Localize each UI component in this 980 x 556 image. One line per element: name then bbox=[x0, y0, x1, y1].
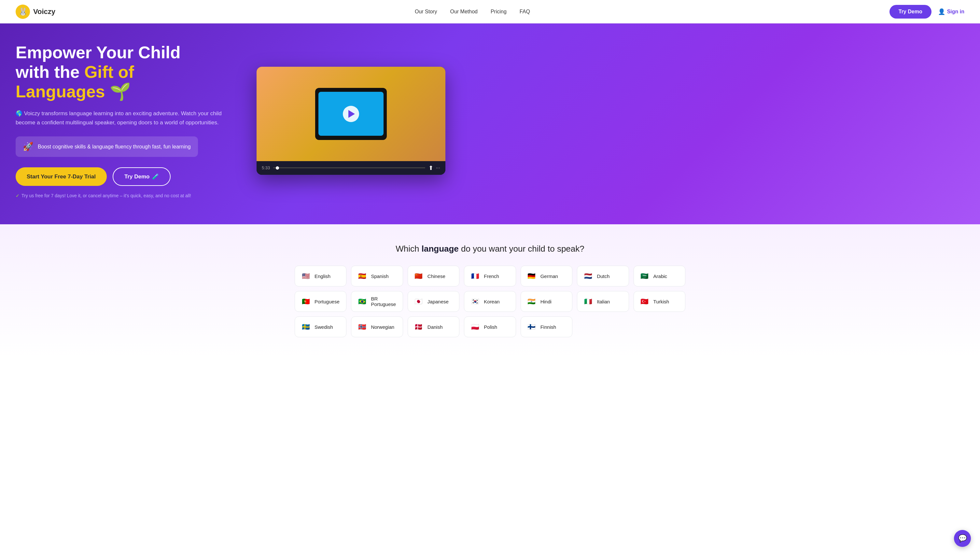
try-demo-button[interactable]: Try Demo 🧪 bbox=[113, 167, 171, 186]
language-grid: 🇺🇸 English 🇪🇸 Spanish 🇨🇳 Chinese 🇫🇷 Fren… bbox=[295, 266, 685, 337]
video-monitor bbox=[315, 88, 387, 140]
hero-title-yellow: Gift of bbox=[84, 63, 134, 81]
hero-content: Empower Your Child with the Gift of Lang… bbox=[16, 43, 237, 198]
flag-portuguese: 🇵🇹 bbox=[300, 296, 311, 307]
flag-arabic: 🇸🇦 bbox=[639, 270, 650, 281]
hero-note: ✓ Try us free for 7 days! Love it, or ca… bbox=[16, 193, 237, 198]
flag-dutch: 🇳🇱 bbox=[582, 270, 593, 281]
lang-card-spanish[interactable]: 🇪🇸 Spanish bbox=[351, 266, 403, 286]
lang-card-japanese[interactable]: 🇯🇵 Japanese bbox=[408, 291, 459, 312]
check-icon: ✓ bbox=[16, 193, 19, 198]
video-progress-bar[interactable] bbox=[273, 167, 425, 168]
lang-card-arabic[interactable]: 🇸🇦 Arabic bbox=[634, 266, 685, 286]
lang-card-finnish[interactable]: 🇫🇮 Finnish bbox=[521, 317, 572, 337]
hero-feature-text: Boost cognitive skills & language fluenc… bbox=[38, 144, 191, 150]
lang-card-br-portuguese[interactable]: 🇧🇷 BR Portuguese bbox=[351, 291, 403, 312]
user-icon: 👤 bbox=[938, 8, 945, 15]
navbar: 🐰 Voiczy Our Story Our Method Pricing FA… bbox=[0, 0, 980, 23]
hero-video: 5:33 ⬆ ··· bbox=[257, 67, 445, 175]
flag-polish: 🇵🇱 bbox=[469, 321, 480, 332]
signin-button[interactable]: 👤 Sign in bbox=[938, 8, 964, 15]
nav-links: Our Story Our Method Pricing FAQ bbox=[415, 9, 530, 15]
demo-icon: 🧪 bbox=[152, 173, 159, 180]
flag-chinese: 🇨🇳 bbox=[413, 270, 424, 281]
nav-faq[interactable]: FAQ bbox=[520, 9, 530, 15]
lang-card-portuguese[interactable]: 🇵🇹 Portuguese bbox=[295, 291, 346, 312]
nav-our-story[interactable]: Our Story bbox=[415, 9, 437, 15]
play-triangle-icon bbox=[348, 110, 355, 118]
flag-turkish: 🇹🇷 bbox=[639, 296, 650, 307]
logo-icon: 🐰 bbox=[16, 5, 30, 19]
video-time: 5:33 bbox=[262, 165, 270, 170]
flag-english: 🇺🇸 bbox=[300, 270, 311, 281]
lang-card-chinese[interactable]: 🇨🇳 Chinese bbox=[408, 266, 459, 286]
hero-subtitle: 🌎 Voiczy transforms language learning in… bbox=[16, 109, 237, 127]
video-screen bbox=[257, 67, 445, 161]
flag-french: 🇫🇷 bbox=[469, 270, 480, 281]
flag-korean: 🇰🇷 bbox=[469, 296, 480, 307]
language-section: Which language do you want your child to… bbox=[0, 224, 980, 357]
lang-card-swedish[interactable]: 🇸🇪 Swedish bbox=[295, 317, 346, 337]
logo-text: Voiczy bbox=[33, 8, 55, 16]
navbar-actions: Try Demo 👤 Sign in bbox=[889, 5, 964, 19]
flag-spanish: 🇪🇸 bbox=[356, 270, 367, 281]
flag-finnish: 🇫🇮 bbox=[526, 321, 537, 332]
lang-card-dutch[interactable]: 🇳🇱 Dutch bbox=[577, 266, 629, 286]
video-progress-dot bbox=[276, 166, 279, 170]
video-share-icon[interactable]: ⬆ bbox=[429, 164, 433, 171]
lang-card-korean[interactable]: 🇰🇷 Korean bbox=[464, 291, 516, 312]
video-screen-inner bbox=[319, 92, 383, 136]
flag-swedish: 🇸🇪 bbox=[300, 321, 311, 332]
hero-buttons: Start Your Free 7-Day Trial Try Demo 🧪 bbox=[16, 167, 237, 186]
flag-norwegian: 🇳🇴 bbox=[356, 321, 367, 332]
flag-br-portuguese: 🇧🇷 bbox=[356, 296, 367, 307]
lang-card-french[interactable]: 🇫🇷 French bbox=[464, 266, 516, 286]
lang-card-norwegian[interactable]: 🇳🇴 Norwegian bbox=[351, 317, 403, 337]
video-container[interactable]: 5:33 ⬆ ··· bbox=[257, 67, 445, 175]
flag-japanese: 🇯🇵 bbox=[413, 296, 424, 307]
flag-italian: 🇮🇹 bbox=[582, 296, 593, 307]
lang-card-turkish[interactable]: 🇹🇷 Turkish bbox=[634, 291, 685, 312]
rocket-icon: 🚀 bbox=[23, 142, 33, 152]
hero-feature-box: 🚀 Boost cognitive skills & language flue… bbox=[16, 136, 198, 157]
video-ctrl-icons: ⬆ ··· bbox=[429, 164, 440, 171]
lang-card-italian[interactable]: 🇮🇹 Italian bbox=[577, 291, 629, 312]
lang-card-polish[interactable]: 🇵🇱 Polish bbox=[464, 317, 516, 337]
nav-pricing[interactable]: Pricing bbox=[491, 9, 506, 15]
flag-hindi: 🇮🇳 bbox=[526, 296, 537, 307]
hero-title: Empower Your Child with the Gift of Lang… bbox=[16, 43, 237, 101]
hero-section: Empower Your Child with the Gift of Lang… bbox=[0, 23, 980, 224]
video-more-icon[interactable]: ··· bbox=[436, 165, 440, 171]
lang-card-english[interactable]: 🇺🇸 English bbox=[295, 266, 346, 286]
video-controls: 5:33 ⬆ ··· bbox=[257, 161, 445, 175]
language-heading: Which language do you want your child to… bbox=[16, 244, 964, 254]
nav-our-method[interactable]: Our Method bbox=[450, 9, 477, 15]
try-demo-nav-button[interactable]: Try Demo bbox=[889, 5, 931, 19]
lang-card-german[interactable]: 🇩🇪 German bbox=[521, 266, 572, 286]
start-trial-button[interactable]: Start Your Free 7-Day Trial bbox=[16, 167, 107, 186]
lang-card-hindi[interactable]: 🇮🇳 Hindi bbox=[521, 291, 572, 312]
logo[interactable]: 🐰 Voiczy bbox=[16, 5, 55, 19]
lang-card-danish[interactable]: 🇩🇰 Danish bbox=[408, 317, 459, 337]
flag-danish: 🇩🇰 bbox=[413, 321, 424, 332]
play-button[interactable] bbox=[343, 106, 359, 122]
flag-german: 🇩🇪 bbox=[526, 270, 537, 281]
